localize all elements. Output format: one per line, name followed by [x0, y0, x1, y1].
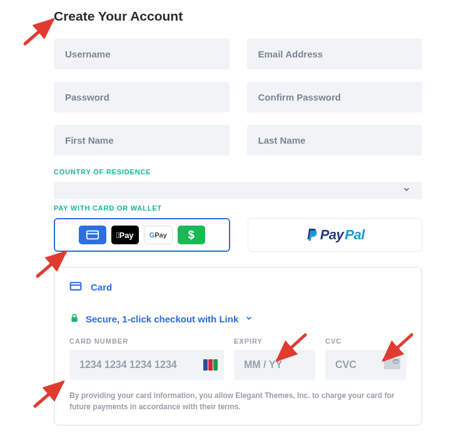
chevron-down-icon — [245, 314, 253, 324]
card-number-input[interactable] — [78, 359, 201, 371]
cvc-label: CVC — [325, 337, 407, 345]
card-number-label: CARD NUMBER — [69, 337, 224, 345]
password-input[interactable] — [54, 82, 230, 112]
last-name-input[interactable] — [247, 125, 423, 156]
cvc-icon: 135 — [384, 358, 400, 372]
link-checkout-label: Secure, 1-click checkout with Link — [86, 314, 238, 324]
cash-app-icon: $ — [178, 226, 205, 244]
payment-disclaimer: By providing your card information, you … — [69, 390, 407, 412]
svg-rect-4 — [71, 317, 77, 322]
pay-paypal-button[interactable]: PayPal — [248, 218, 423, 252]
lock-icon — [69, 313, 79, 325]
apple-pay-icon: Pay — [111, 226, 139, 244]
card-tab-icon — [69, 280, 82, 294]
country-select[interactable] — [54, 182, 422, 199]
card-icon — [79, 226, 106, 244]
pay-card-wallet-button[interactable]: Pay G Pay $ — [54, 218, 230, 252]
card-payment-panel: Card Secure, 1-click checkout with Link … — [54, 267, 422, 426]
google-pay-icon: G Pay — [144, 226, 173, 244]
page-title: Create Your Account — [54, 9, 422, 24]
pay-method-label: PAY WITH CARD OR WALLET — [54, 204, 422, 212]
expiry-label: EXPIRY — [234, 337, 315, 345]
expiry-input[interactable] — [243, 359, 309, 371]
svg-text:135: 135 — [393, 360, 399, 364]
username-input[interactable] — [54, 39, 230, 69]
paypal-icon: PayPal — [305, 227, 365, 243]
email-input[interactable] — [247, 39, 423, 69]
cvc-input[interactable] — [334, 359, 382, 371]
svg-rect-0 — [87, 231, 98, 239]
link-checkout-toggle[interactable]: Secure, 1-click checkout with Link — [69, 313, 407, 325]
country-label: COUNTRY OF RESIDENCE — [54, 168, 422, 176]
jcb-icon — [203, 359, 218, 371]
confirm-password-input[interactable] — [247, 82, 423, 112]
svg-rect-2 — [71, 282, 81, 290]
card-tab-label: Card — [91, 282, 112, 292]
first-name-input[interactable] — [54, 125, 230, 156]
